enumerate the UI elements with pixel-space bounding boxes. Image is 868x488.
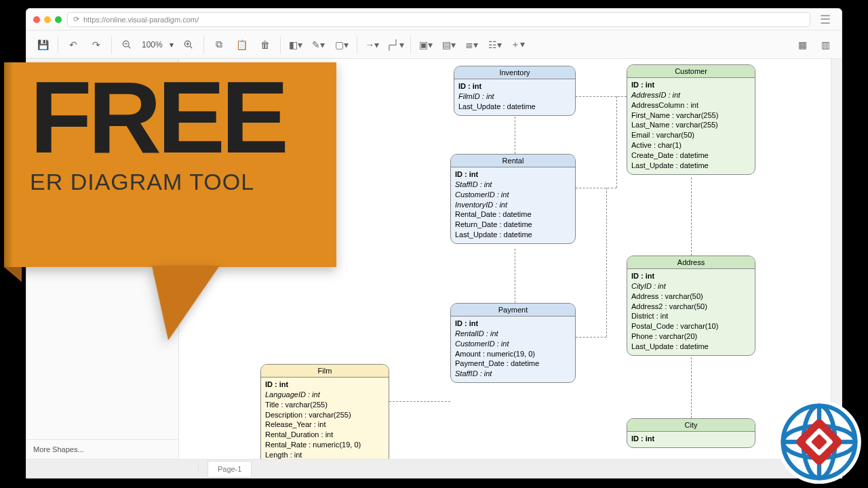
entity-header: Customer — [627, 65, 755, 78]
maximize-icon[interactable] — [55, 16, 62, 23]
outline-panel-icon[interactable]: ▥ — [814, 34, 836, 56]
entity-column: Address : varchar(50) — [631, 291, 751, 302]
entity-column: RentalID : int — [455, 329, 571, 339]
entity-column: CustomerID : int — [455, 339, 571, 349]
entity-rental[interactable]: RentalID : intStaffID : intCustomerID : … — [450, 154, 576, 244]
relationship-line[interactable] — [576, 96, 627, 97]
entity-column: AddressID : int — [631, 90, 751, 100]
menu-icon[interactable]: ☰ — [816, 12, 835, 27]
minimize-icon[interactable] — [44, 16, 51, 23]
relationship-line[interactable] — [515, 249, 515, 303]
entity-column: Rental_Date : datetime — [455, 209, 571, 220]
entity-column: Release_Year : int — [265, 420, 384, 430]
shape-entity-green[interactable] — [26, 123, 178, 143]
zoom-out-icon[interactable] — [116, 34, 138, 56]
close-icon[interactable] — [33, 16, 40, 23]
entity-header: City — [627, 419, 755, 432]
distribute-icon[interactable]: ☷▾ — [484, 34, 506, 56]
shape-group-label: Entity Relationship — [40, 91, 102, 99]
page-tabs: ⋮ Page-1 — [26, 459, 842, 478]
svg-line-4 — [190, 45, 192, 47]
relationship-line[interactable] — [576, 188, 616, 188]
url-text: https://online.visual-paradigm.com/ — [83, 16, 199, 24]
entity-city[interactable]: CityID : int — [627, 418, 755, 448]
entity-column: Rental_Rate : numeric(19, 0) — [265, 440, 384, 450]
entity-inventory[interactable]: InventoryID : intFilmID : intLast_Update… — [454, 66, 576, 116]
redo-icon[interactable]: ↷ — [85, 34, 107, 56]
entity-column: Description : varchar(255) — [265, 410, 384, 420]
to-front-icon[interactable]: ▣▾ — [415, 34, 437, 56]
relationship-line[interactable] — [515, 113, 515, 154]
more-shapes-link[interactable]: More Shapes... — [26, 439, 178, 459]
entity-column: Length : int — [265, 450, 384, 459]
undo-icon[interactable]: ↶ — [62, 34, 84, 56]
vp-logo-icon — [776, 399, 863, 485]
entity-column: Address2 : varchar(50) — [631, 302, 751, 312]
format-panel-icon[interactable]: ▦ — [791, 34, 813, 56]
entity-column: ID : int — [458, 81, 571, 92]
entity-column: ID : int — [455, 319, 571, 329]
entity-header: Inventory — [454, 66, 575, 79]
search-input[interactable]: Search Shapes — [31, 63, 174, 81]
entity-header: Film — [261, 365, 389, 378]
align-icon[interactable]: ≣▾ — [461, 34, 483, 56]
add-icon[interactable]: ＋▾ — [507, 34, 529, 56]
relationship-line[interactable] — [576, 337, 606, 338]
entity-column: Last_Update : datetime — [631, 342, 751, 352]
entity-film[interactable]: FilmID : intLanguageID : intTitle : varc… — [260, 364, 389, 459]
entity-column: Email : varchar(50) — [631, 130, 751, 140]
entity-column: ID : int — [631, 271, 751, 281]
entity-column: ID : int — [631, 80, 751, 90]
chevron-down-icon[interactable]: ▾ — [167, 40, 176, 49]
tab-page-1[interactable]: Page-1 — [208, 461, 252, 476]
relationship-line[interactable] — [389, 401, 450, 402]
entity-header: Address — [627, 256, 755, 269]
connector-style-icon[interactable]: →▾ — [361, 34, 383, 56]
main: Search Shapes ▼ Entity Relationship More… — [26, 59, 842, 459]
entity-column: District : int — [631, 311, 751, 321]
zoom-in-icon[interactable] — [178, 34, 199, 56]
entity-header: Rental — [451, 155, 575, 167]
entity-payment[interactable]: PaymentID : intRentalID : intCustomerID … — [450, 303, 576, 383]
shadow-icon[interactable]: ▢▾ — [331, 34, 353, 56]
entity-header: Payment — [451, 304, 575, 317]
save-icon[interactable]: 💾 — [32, 34, 54, 56]
entity-column: InventoryID : int — [455, 200, 571, 210]
triangle-down-icon: ▼ — [32, 92, 37, 98]
reload-icon[interactable]: ⟳ — [73, 15, 79, 24]
waypoint-icon[interactable]: ┌┘▾ — [384, 34, 406, 56]
relationship-line[interactable] — [691, 354, 692, 418]
address-bar[interactable]: ⟳ https://online.visual-paradigm.com/ — [67, 12, 810, 27]
entity-column: CustomerID : int — [455, 190, 571, 200]
paste-icon[interactable]: 📋 — [231, 34, 253, 56]
browser-chrome: ⟳ https://online.visual-paradigm.com/ ☰ — [26, 9, 842, 30]
delete-icon[interactable]: 🗑 — [254, 34, 276, 56]
relationship-line[interactable] — [616, 96, 617, 188]
shape-entity-yellow[interactable] — [26, 102, 178, 123]
entity-column: LanguageID : int — [265, 390, 384, 400]
entity-column: Title : varchar(255) — [265, 400, 384, 410]
to-back-icon[interactable]: ▤▾ — [438, 34, 460, 56]
entity-column: Create_Date : datetime — [631, 150, 751, 161]
entity-customer[interactable]: CustomerID : intAddressID : intAddressCo… — [627, 64, 755, 175]
entity-column: Postal_Code : varchar(10) — [631, 321, 751, 331]
window-controls — [33, 16, 62, 23]
entity-column: StaffID : int — [455, 369, 571, 379]
line-color-icon[interactable]: ✎▾ — [308, 34, 330, 56]
entity-column: Rental_Duration : int — [265, 430, 384, 440]
shape-group-header[interactable]: ▼ Entity Relationship — [26, 87, 178, 102]
entity-column: AddressColumn : int — [631, 100, 751, 110]
sidebar: Search Shapes ▼ Entity Relationship More… — [26, 59, 179, 459]
entity-column: ID : int — [455, 169, 571, 180]
zoom-level[interactable]: 100% — [139, 40, 165, 49]
entity-address[interactable]: AddressID : intCityID : intAddress : var… — [627, 256, 755, 356]
fill-color-icon[interactable]: ◧▾ — [285, 34, 307, 56]
relationship-line[interactable] — [691, 178, 692, 256]
entity-column: ID : int — [265, 380, 384, 390]
entity-column: Last_Update : datetime — [631, 161, 751, 171]
entity-column: Last_Name : varchar(255) — [631, 120, 751, 130]
tab-grip-icon[interactable]: ⋮ — [189, 464, 208, 473]
copy-icon[interactable]: ⧉ — [208, 34, 230, 56]
relationship-line[interactable] — [606, 188, 607, 337]
canvas[interactable]: FilmID : intLanguageID : intTitle : varc… — [179, 59, 831, 459]
